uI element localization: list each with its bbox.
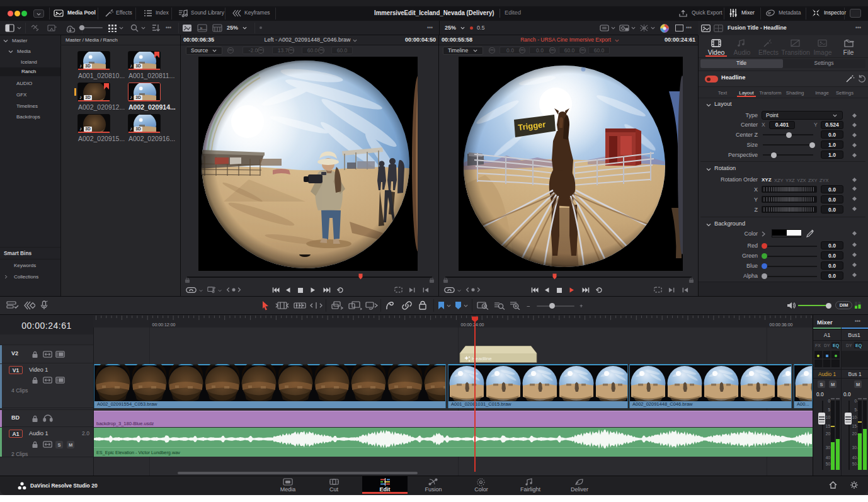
svg-text:▶: ▶ bbox=[200, 26, 203, 30]
